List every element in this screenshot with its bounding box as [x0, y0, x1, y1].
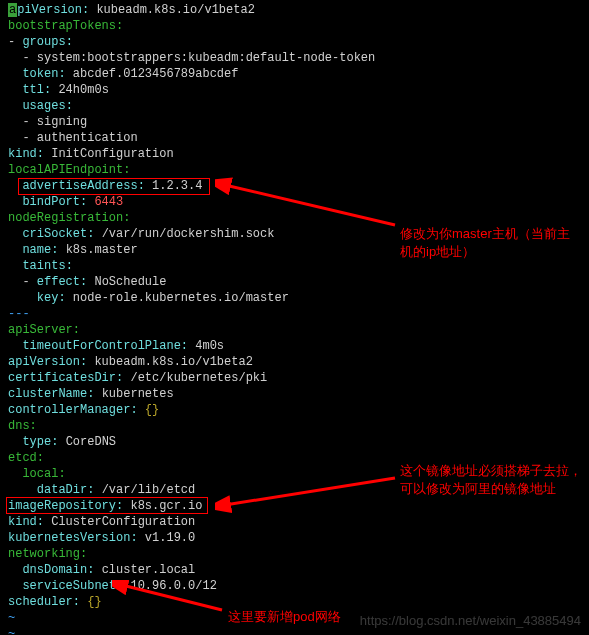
- code-line: dnsDomain: cluster.local: [0, 562, 589, 578]
- code-line: apiVersion: kubeadm.k8s.io/v1beta2: [0, 2, 589, 18]
- code-line: criSocket: /var/run/dockershim.sock: [0, 226, 589, 242]
- code-line: etcd:: [0, 450, 589, 466]
- code-line: kind: ClusterConfiguration: [0, 514, 589, 530]
- code-line: scheduler: {}: [0, 594, 589, 610]
- code-line: nodeRegistration:: [0, 210, 589, 226]
- code-line: kubernetesVersion: v1.19.0: [0, 530, 589, 546]
- code-line: type: CoreDNS: [0, 434, 589, 450]
- code-line: localAPIEndpoint:: [0, 162, 589, 178]
- code-line: certificatesDir: /etc/kubernetes/pki: [0, 370, 589, 386]
- cursor: a: [8, 3, 17, 17]
- empty-line: ~: [0, 610, 589, 626]
- code-line: bootstrapTokens:: [0, 18, 589, 34]
- code-editor[interactable]: apiVersion: kubeadm.k8s.io/v1beta2 boots…: [0, 0, 589, 635]
- code-line: clusterName: kubernetes: [0, 386, 589, 402]
- code-line: networking:: [0, 546, 589, 562]
- code-line: timeoutForControlPlane: 4m0s: [0, 338, 589, 354]
- code-line: controllerManager: {}: [0, 402, 589, 418]
- code-line: - signing: [0, 114, 589, 130]
- code-line: kind: InitConfiguration: [0, 146, 589, 162]
- code-line: - groups:: [0, 34, 589, 50]
- code-line: ttl: 24h0m0s: [0, 82, 589, 98]
- code-line: - effect: NoSchedule: [0, 274, 589, 290]
- code-line: advertiseAddress: 1.2.3.4: [0, 178, 589, 194]
- code-line: ---: [0, 306, 589, 322]
- code-line: local:: [0, 466, 589, 482]
- code-line: key: node-role.kubernetes.io/master: [0, 290, 589, 306]
- code-line: bindPort: 6443: [0, 194, 589, 210]
- code-line: name: k8s.master: [0, 242, 589, 258]
- code-line: apiServer:: [0, 322, 589, 338]
- empty-line: ~: [0, 626, 589, 635]
- code-line: - system:bootstrappers:kubeadm:default-n…: [0, 50, 589, 66]
- code-line: imageRepository: k8s.gcr.io: [0, 498, 589, 514]
- code-line: apiVersion: kubeadm.k8s.io/v1beta2: [0, 354, 589, 370]
- code-line: taints:: [0, 258, 589, 274]
- code-line: dns:: [0, 418, 589, 434]
- code-line: usages:: [0, 98, 589, 114]
- code-line: - authentication: [0, 130, 589, 146]
- code-line: dataDir: /var/lib/etcd: [0, 482, 589, 498]
- code-line: serviceSubnet: 10.96.0.0/12: [0, 578, 589, 594]
- code-line: token: abcdef.0123456789abcdef: [0, 66, 589, 82]
